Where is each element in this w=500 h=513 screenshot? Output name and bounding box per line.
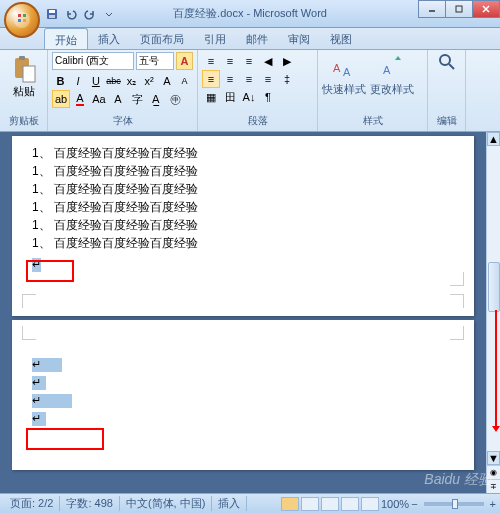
change-styles-button[interactable]: A 更改样式 (370, 52, 414, 97)
svg-rect-11 (19, 56, 25, 60)
tab-layout[interactable]: 页面布局 (130, 28, 194, 49)
page-corner (22, 326, 36, 340)
vertical-scrollbar[interactable]: ▲ ▼ ◉ ∓ (486, 132, 500, 493)
svg-text:A: A (333, 62, 341, 74)
italic-button[interactable]: I (70, 72, 87, 90)
svg-rect-3 (18, 19, 21, 22)
line-spacing-button[interactable]: ‡ (278, 70, 296, 88)
find-icon[interactable] (437, 52, 457, 72)
view-print-layout[interactable] (281, 497, 299, 511)
svg-rect-7 (49, 15, 55, 18)
underline-button[interactable]: U (88, 72, 105, 90)
undo-icon[interactable] (63, 6, 79, 22)
svg-rect-4 (23, 19, 26, 22)
tab-mailings[interactable]: 邮件 (236, 28, 278, 49)
selection-mark: ↵ (32, 358, 62, 372)
doc-line: 1、 百度经验百度经验百度经验 (32, 216, 454, 234)
window-title: 百度经验.docx - Microsoft Word (173, 6, 327, 21)
show-marks-button[interactable]: ¶ (259, 88, 277, 106)
bullets-button[interactable]: ≡ (202, 52, 220, 70)
doc-line: 1、 百度经验百度经验百度经验 (32, 198, 454, 216)
zoom-slider[interactable] (424, 502, 484, 506)
zoom-in-button[interactable]: + (490, 498, 496, 510)
sort-button[interactable]: A↓ (240, 88, 258, 106)
close-button[interactable] (472, 0, 500, 18)
quick-styles-button[interactable]: AA 快速样式 (322, 52, 366, 97)
indent-dec-button[interactable]: ◀ (259, 52, 277, 70)
tab-review[interactable]: 审阅 (278, 28, 320, 49)
bold-button[interactable]: B (52, 72, 69, 90)
align-right-button[interactable]: ≡ (240, 70, 258, 88)
shading-button[interactable]: ▦ (202, 88, 220, 106)
strike-button[interactable]: abc (105, 72, 122, 90)
watermark: Baidu 经验 (424, 471, 492, 489)
group-clipboard: 粘贴 剪贴板 (0, 50, 48, 131)
font-color-button[interactable]: A (71, 90, 89, 108)
highlight-button[interactable]: ab (52, 90, 70, 108)
annotation-arrow (495, 310, 497, 430)
qat-dropdown-icon[interactable] (101, 6, 117, 22)
scroll-up-button[interactable]: ▲ (487, 132, 500, 146)
group-paragraph: ≡ ≡ ≡ ◀ ▶ ≡ ≡ ≡ ≡ ‡ ▦ 田 A↓ ¶ 段落 (198, 50, 318, 131)
tab-home[interactable]: 开始 (44, 28, 88, 49)
numbering-button[interactable]: ≡ (221, 52, 239, 70)
clear-format-icon[interactable]: A (176, 52, 193, 70)
svg-rect-12 (23, 66, 35, 82)
font-size-select[interactable]: 五号 (136, 52, 174, 70)
status-page[interactable]: 页面: 2/2 (4, 496, 60, 511)
redo-icon[interactable] (82, 6, 98, 22)
view-outline[interactable] (341, 497, 359, 511)
minimize-button[interactable] (418, 0, 446, 18)
borders-button[interactable]: 田 (221, 88, 239, 106)
scroll-thumb[interactable] (488, 262, 500, 312)
align-center-button[interactable]: ≡ (221, 70, 239, 88)
zoom-out-button[interactable]: − (411, 498, 417, 510)
view-draft[interactable] (361, 497, 379, 511)
editing-label: 编辑 (432, 113, 461, 129)
paste-button[interactable]: 粘贴 (4, 52, 43, 101)
font-label: 字体 (52, 113, 193, 129)
scroll-down-button[interactable]: ▼ (487, 451, 500, 465)
ribbon-tabs: 开始 插入 页面布局 引用 邮件 审阅 视图 (0, 28, 500, 50)
office-button[interactable] (4, 2, 40, 38)
justify-button[interactable]: ≡ (259, 70, 277, 88)
document-area: 1、 百度经验百度经验百度经验 1、 百度经验百度经验百度经验 1、 百度经验百… (0, 132, 486, 493)
indent-inc-button[interactable]: ▶ (278, 52, 296, 70)
tab-insert[interactable]: 插入 (88, 28, 130, 49)
quick-access-toolbar (44, 6, 117, 22)
save-icon[interactable] (44, 6, 60, 22)
zoom-level[interactable]: 100% (381, 498, 409, 510)
status-lang[interactable]: 中文(简体, 中国) (120, 496, 212, 511)
svg-point-0 (14, 12, 30, 28)
page-1[interactable]: 1、 百度经验百度经验百度经验 1、 百度经验百度经验百度经验 1、 百度经验百… (12, 136, 474, 316)
shrink-font-button[interactable]: A (176, 72, 193, 90)
phonetic-button[interactable]: A̲ (147, 90, 165, 108)
page-2[interactable]: ↵ ↵ ↵ ↵ (12, 320, 474, 470)
maximize-button[interactable] (445, 0, 473, 18)
selection-mark: ↵ (32, 412, 46, 426)
multilevel-button[interactable]: ≡ (240, 52, 258, 70)
page-corner (450, 294, 464, 308)
grow-font-button[interactable]: A (159, 72, 176, 90)
subscript-button[interactable]: x₂ (123, 72, 140, 90)
status-mode[interactable]: 插入 (212, 496, 247, 511)
zoom-slider-thumb[interactable] (452, 499, 458, 509)
char-border-button[interactable]: A (109, 90, 127, 108)
doc-line: 1、 百度经验百度经验百度经验 (32, 234, 454, 252)
change-case-button[interactable]: Aa (90, 90, 108, 108)
tab-references[interactable]: 引用 (194, 28, 236, 49)
tab-view[interactable]: 视图 (320, 28, 362, 49)
superscript-button[interactable]: x² (141, 72, 158, 90)
view-full-screen[interactable] (301, 497, 319, 511)
svg-rect-6 (49, 10, 55, 13)
clipboard-label: 剪贴板 (4, 113, 43, 129)
font-name-select[interactable]: Calibri (西文 (52, 52, 134, 70)
align-left-button[interactable]: ≡ (202, 70, 220, 88)
status-words[interactable]: 字数: 498 (60, 496, 119, 511)
svg-text:A: A (383, 64, 391, 76)
char-shading-button[interactable]: 字 (128, 90, 146, 108)
svg-line-17 (449, 64, 454, 69)
view-web-layout[interactable] (321, 497, 339, 511)
selection-mark: ↵ (32, 376, 46, 390)
enclose-button[interactable]: ㊥ (166, 90, 184, 108)
